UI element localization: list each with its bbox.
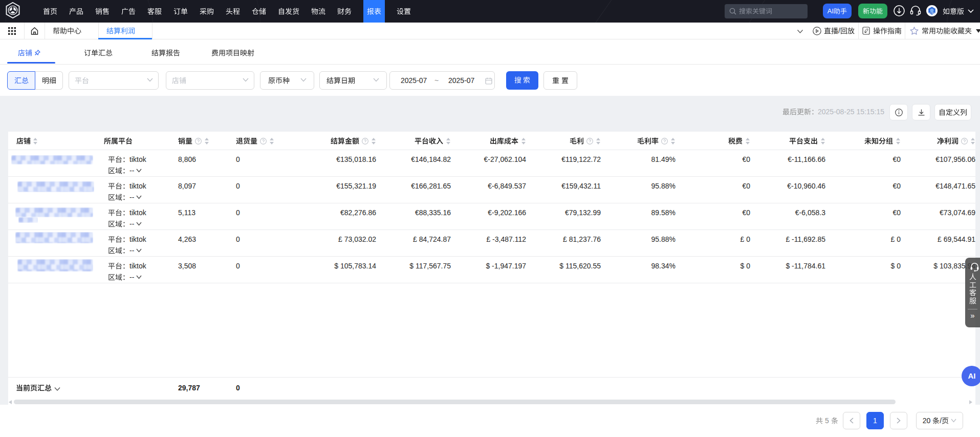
svg-text:ECCANG: ECCANG (929, 12, 936, 14)
